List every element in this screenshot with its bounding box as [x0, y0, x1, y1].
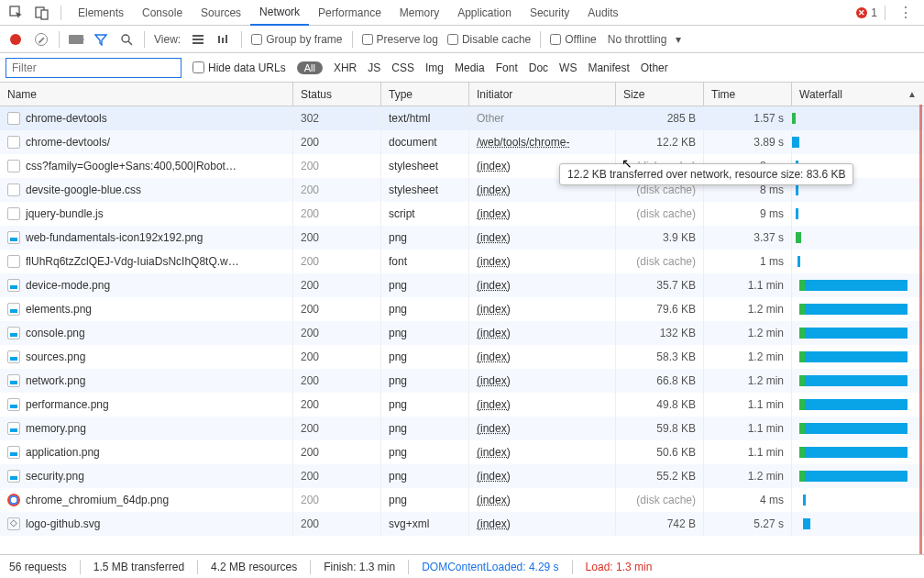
request-initiator[interactable]: (index)	[477, 446, 511, 459]
filter-type-js[interactable]: JS	[368, 61, 380, 74]
svg-line-4	[128, 41, 132, 45]
filter-type-doc[interactable]: Doc	[529, 61, 548, 74]
filter-type-media[interactable]: Media	[455, 61, 485, 74]
table-row[interactable]: chrome-devtools302text/htmlOther285 B1.5…	[0, 106, 924, 130]
request-name: security.png	[26, 470, 84, 483]
filter-type-css[interactable]: CSS	[391, 61, 414, 74]
table-row[interactable]: chrome-devtools/200document/web/tools/ch…	[0, 130, 924, 154]
request-initiator[interactable]: (index)	[477, 374, 511, 387]
request-time: 4 ms	[760, 494, 784, 506]
request-size: 132 KB	[660, 327, 696, 339]
search-icon[interactable]	[118, 31, 135, 48]
waterfall-download-bar	[805, 447, 908, 458]
large-rows-icon[interactable]	[190, 31, 206, 48]
column-initiator[interactable]: Initiator	[469, 83, 616, 106]
table-row[interactable]: device-mode.png200png(index)35.7 KB1.1 m…	[0, 273, 924, 297]
request-name: performance.png	[26, 398, 109, 411]
filter-icon[interactable]	[93, 31, 109, 48]
request-initiator[interactable]: (index)	[477, 279, 511, 292]
table-row[interactable]: logo-github.svg200svg+xml(index)742 B5.2…	[0, 512, 924, 536]
column-name[interactable]: Name	[0, 83, 293, 106]
screenshot-icon[interactable]	[69, 35, 83, 44]
table-row[interactable]: elements.png200png(index)79.6 KB1.2 min	[0, 297, 924, 321]
request-initiator[interactable]: (index)	[477, 350, 511, 363]
tab-audits[interactable]: Audits	[578, 0, 627, 26]
request-initiator[interactable]: (index)	[477, 255, 511, 268]
tab-console[interactable]: Console	[133, 0, 192, 26]
svg-rect-2	[41, 10, 48, 19]
table-row[interactable]: console.png200png(index)132 KB1.2 min	[0, 321, 924, 345]
filter-type-other[interactable]: Other	[641, 61, 668, 74]
filter-type-xhr[interactable]: XHR	[334, 61, 357, 74]
svg-rect-8	[218, 36, 220, 43]
file-icon	[7, 136, 20, 149]
device-toggle-icon[interactable]	[31, 2, 53, 24]
request-status: 200	[301, 350, 319, 363]
column-status[interactable]: Status	[293, 83, 381, 106]
filter-all-pill[interactable]: All	[297, 61, 323, 74]
disable-cache-checkbox[interactable]: Disable cache	[447, 33, 531, 46]
table-row[interactable]: sources.png200png(index)58.3 KB1.2 min	[0, 345, 924, 369]
request-type: svg+xml	[389, 517, 429, 530]
request-initiator[interactable]: (index)	[477, 494, 511, 506]
hide-data-urls-checkbox[interactable]: Hide data URLs	[192, 61, 286, 74]
table-row[interactable]: web-fundamentals-icon192x192.png200png(i…	[0, 226, 924, 250]
tab-security[interactable]: Security	[521, 0, 578, 26]
request-status: 302	[301, 112, 319, 125]
table-row[interactable]: chrome_chromium_64dp.png200png(index)(di…	[0, 488, 924, 512]
table-row[interactable]: flUhRq6tzZclQEJ-Vdg-IuiaDsNcIhQ8tQ.w…200…	[0, 250, 924, 273]
load-marker	[919, 105, 922, 554]
request-initiator[interactable]: (index)	[477, 327, 511, 339]
table-row[interactable]: security.png200png(index)55.2 KB1.2 min	[0, 464, 924, 488]
request-time: 1.57 s	[754, 112, 784, 125]
request-initiator[interactable]: (index)	[477, 303, 511, 316]
request-initiator[interactable]: (index)	[477, 183, 511, 196]
column-time[interactable]: Time	[704, 83, 792, 106]
tab-application[interactable]: Application	[448, 0, 521, 26]
request-initiator[interactable]: (index)	[477, 470, 511, 483]
tab-network[interactable]: Network	[250, 0, 309, 26]
request-name: memory.png	[26, 422, 86, 435]
request-name: logo-github.svg	[26, 517, 100, 530]
separator	[144, 31, 145, 48]
error-badge[interactable]: ✕ 1	[856, 6, 877, 19]
group-by-frame-checkbox[interactable]: Group by frame	[251, 33, 342, 46]
offline-checkbox[interactable]: Offline	[550, 33, 596, 46]
filter-type-img[interactable]: Img	[425, 61, 444, 74]
column-waterfall[interactable]: Waterfall▲	[792, 83, 924, 106]
request-initiator[interactable]: /web/tools/chrome-	[477, 136, 569, 149]
table-row[interactable]: performance.png200png(index)49.8 KB1.1 m…	[0, 393, 924, 417]
tab-performance[interactable]: Performance	[309, 0, 390, 26]
column-size[interactable]: Size	[616, 83, 704, 106]
clear-button[interactable]	[33, 31, 50, 48]
svg-rect-5	[192, 35, 204, 37]
throttling-dropdown[interactable]: No throttling ▾	[608, 33, 682, 46]
file-icon	[7, 398, 20, 411]
request-time: 3.37 s	[754, 231, 784, 244]
table-row[interactable]: network.png200png(index)66.8 KB1.2 min	[0, 369, 924, 393]
more-menu-icon[interactable]: ⋮	[893, 4, 918, 21]
filter-input[interactable]	[6, 58, 182, 78]
request-initiator[interactable]: (index)	[477, 398, 511, 411]
preserve-log-checkbox[interactable]: Preserve log	[362, 33, 438, 46]
inspect-icon[interactable]	[6, 2, 28, 24]
tab-sources[interactable]: Sources	[192, 0, 250, 26]
footer-load: Load: 1.3 min	[586, 561, 653, 573]
tab-elements[interactable]: Elements	[69, 0, 133, 26]
table-row[interactable]: jquery-bundle.js200script(index)(disk ca…	[0, 202, 924, 226]
filter-type-manifest[interactable]: Manifest	[588, 61, 629, 74]
column-type[interactable]: Type	[381, 83, 469, 106]
request-initiator[interactable]: (index)	[477, 207, 511, 220]
record-button[interactable]	[7, 31, 24, 48]
request-initiator[interactable]: (index)	[477, 517, 511, 530]
request-initiator[interactable]: (index)	[477, 160, 511, 172]
request-initiator[interactable]: (index)	[477, 231, 511, 244]
table-row[interactable]: application.png200png(index)50.6 KB1.1 m…	[0, 440, 924, 464]
table-row[interactable]: memory.png200png(index)59.8 KB1.1 min	[0, 417, 924, 440]
request-status: 200	[301, 398, 319, 411]
filter-type-ws[interactable]: WS	[559, 61, 577, 74]
filter-type-font[interactable]: Font	[496, 61, 518, 74]
request-initiator[interactable]: (index)	[477, 422, 511, 435]
overview-icon[interactable]	[215, 31, 232, 48]
tab-memory[interactable]: Memory	[390, 0, 448, 26]
